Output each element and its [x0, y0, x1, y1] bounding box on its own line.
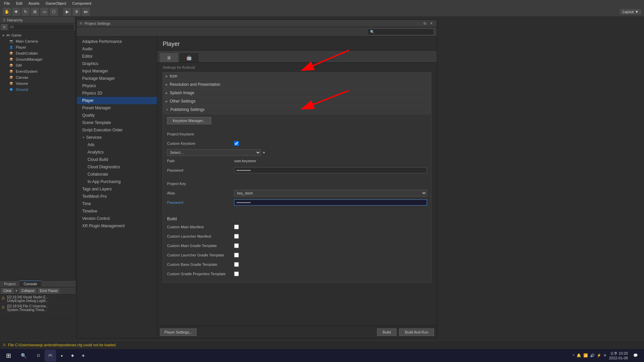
taskbar-item-unity[interactable]: 🎮 [45, 350, 56, 362]
window-close-btn[interactable]: ✕ [429, 21, 434, 26]
hierarchy-panel: ☰ Hierarchy + ▶ 🎮 Game 📷 Main Camera 👤 [0, 17, 75, 280]
hier-item-maincamera[interactable]: 📷 Main Camera [0, 38, 75, 44]
taskbar: ⊞ 🔍 ⊡ 🎮 ● ◆ ◈ ^ 🔔 📶 🔊 ⚡ ✕ 오후 10:20 2022-… [0, 349, 644, 362]
menu-gameobject[interactable]: GameObject [43, 1, 69, 6]
nav-services[interactable]: ▼ Services [77, 134, 157, 141]
custom-base-gradle-cb[interactable] [234, 262, 239, 267]
play-btn[interactable]: ▶ [63, 8, 71, 16]
hierarchy-search[interactable] [9, 24, 74, 30]
taskbar-item-rider[interactable]: ◈ [78, 350, 88, 362]
menu-edit[interactable]: Edit [13, 1, 25, 6]
menu-component[interactable]: Component [69, 1, 94, 6]
nav-adaptive-performance[interactable]: Adaptive Performance [77, 38, 157, 45]
nav-physics-2d[interactable]: Physics 2D [77, 89, 157, 97]
custom-main-gradle-cb[interactable] [234, 243, 239, 248]
nav-version-control[interactable]: Version Control [77, 215, 157, 222]
build-and-run-btn[interactable]: Build And Run [399, 328, 434, 336]
keystore-manager-btn[interactable]: Keystore Manager... [167, 117, 211, 124]
hier-item-eventsystem[interactable]: 📦 EventSystem [0, 68, 75, 74]
alias-select[interactable]: key_dash [234, 190, 427, 196]
nav-collaborate[interactable]: Collaborate [77, 171, 157, 178]
custom-launcher-manifest-cb[interactable] [234, 234, 239, 239]
nav-physics[interactable]: Physics [77, 82, 157, 89]
nav-in-app-purchasing[interactable]: In-App Purchasing [77, 178, 157, 185]
pause-btn[interactable]: ⏸ [72, 8, 80, 16]
taskbar-notification-btn[interactable]: 💬 [631, 349, 641, 362]
nav-textmesh-pro[interactable]: TextMesh Pro [77, 193, 157, 200]
nav-analytics[interactable]: Analytics [77, 148, 157, 156]
platform-tab-desktop[interactable]: 🖥 [160, 53, 178, 62]
custom-gradle-props-cb[interactable] [234, 272, 239, 276]
console-clear-btn[interactable]: Clear [1, 288, 13, 294]
nav-script-execution[interactable]: Script Execution Order [77, 126, 157, 134]
window-dock-btn[interactable]: ⧉ [422, 21, 427, 26]
warning-icon-1: ⚠ [1, 296, 5, 300]
menu-assets[interactable]: Assets [26, 1, 42, 6]
taskbar-item-chrome[interactable]: ● [57, 350, 66, 362]
taskbar-search-btn[interactable]: 🔍 [17, 349, 30, 362]
key-password-input[interactable] [234, 199, 427, 205]
player-settings-btn[interactable]: Player Settings... [160, 328, 197, 336]
nav-player[interactable]: Player [77, 97, 157, 104]
hier-item-deathcollider[interactable]: 📦 DeathCollider [0, 50, 75, 56]
nav-xr-plugin[interactable]: XR Plugin Management [77, 222, 157, 230]
nav-ads[interactable]: Ads [77, 141, 157, 148]
hierarchy-add-btn[interactable]: + [1, 24, 7, 30]
custom-launcher-gradle-cb[interactable] [234, 253, 239, 257]
nav-audio[interactable]: Audio [77, 45, 157, 53]
nav-scene-template[interactable]: Scene Template [77, 119, 157, 126]
taskbar-start-btn[interactable]: ⊞ [0, 349, 17, 362]
nav-editor[interactable]: Editor [77, 53, 157, 60]
console-line-2[interactable]: ⚠ [22:18:54] File C:\Users\w... System.T… [0, 304, 75, 313]
taskbar-item-taskview[interactable]: ⊡ [34, 350, 43, 362]
transform-tool-btn[interactable]: ⬡ [50, 8, 58, 16]
scale-tool-btn[interactable]: ⊞ [31, 8, 39, 16]
build-btn[interactable]: Build [377, 328, 396, 336]
bottom-tabs: Project Console [0, 281, 75, 287]
tab-project[interactable]: Project [0, 281, 19, 287]
hand-tool-btn[interactable]: ✋ [3, 8, 11, 16]
nav-preset-manager[interactable]: Preset Manager [77, 104, 157, 112]
nav-time[interactable]: Time [77, 200, 157, 207]
settings-search-input[interactable] [367, 28, 434, 35]
hier-item-groundmanager[interactable]: 📦 GroundManager [0, 56, 75, 62]
custom-main-manifest-cb[interactable] [234, 225, 239, 229]
password-input[interactable] [234, 167, 427, 173]
step-btn[interactable]: ⏭ [82, 8, 90, 16]
nav-quality[interactable]: Quality [77, 112, 157, 119]
rotate-tool-btn[interactable]: ↻ [21, 8, 30, 16]
rect-tool-btn[interactable]: ▭ [40, 8, 48, 16]
nav-cloud-build[interactable]: Cloud Build [77, 156, 157, 163]
section-other[interactable]: ▶ Other Settings [163, 97, 431, 105]
move-tool-btn[interactable]: ✚ [12, 8, 20, 16]
section-splash[interactable]: ▶ Splash Image [163, 89, 431, 97]
taskbar-item-unity-hub[interactable]: ◆ [68, 350, 77, 362]
hier-item-gm[interactable]: 📦 GM [0, 62, 75, 68]
console-collapse-btn[interactable]: Collapse [19, 288, 37, 294]
menu-file[interactable]: File [1, 1, 13, 6]
section-icon[interactable]: ▶ Icon [163, 72, 431, 80]
console-line-1[interactable]: ⚠ [22:16:34] Visual Studio E... UnityEng… [0, 295, 75, 304]
console-errorpause-btn[interactable]: Error Pause [38, 288, 60, 294]
settings-scroll[interactable]: Settings for Android ▶ Icon ▶ Resolution… [157, 63, 437, 325]
nav-timeline[interactable]: Timeline [77, 207, 157, 215]
nav-package-manager[interactable]: Package Manager [77, 75, 157, 82]
custom-keystore-checkbox[interactable] [234, 141, 239, 146]
keystore-select[interactable]: Select... [167, 149, 261, 156]
hier-item-canvas[interactable]: 📦 Canvas [0, 74, 75, 80]
nav-graphics[interactable]: Graphics [77, 60, 157, 67]
hier-item-volume[interactable]: 📦 Volume [0, 80, 75, 86]
platform-tab-android[interactable]: 🤖 [179, 53, 199, 62]
layout-selector[interactable]: Layout ▼ [620, 9, 641, 14]
window-menu-btn[interactable]: ⋮ [415, 21, 421, 26]
hier-item-game[interactable]: ▶ 🎮 Game [0, 32, 75, 38]
nav-input-manager[interactable]: Input Manager [77, 67, 157, 75]
section-resolution[interactable]: ▶ Resolution and Presentation [163, 80, 431, 88]
hier-item-player[interactable]: 👤 Player [0, 44, 75, 50]
section-publishing[interactable]: ▼ Publishing Settings [163, 106, 431, 114]
tray-up-arrow[interactable]: ^ [573, 354, 575, 358]
tab-console[interactable]: Console [19, 281, 41, 287]
hier-item-ground[interactable]: 🔷 Ground [0, 86, 75, 93]
nav-tags-layers[interactable]: Tags and Layers [77, 185, 157, 193]
nav-cloud-diagnostics[interactable]: Cloud Diagnostics [77, 163, 157, 171]
